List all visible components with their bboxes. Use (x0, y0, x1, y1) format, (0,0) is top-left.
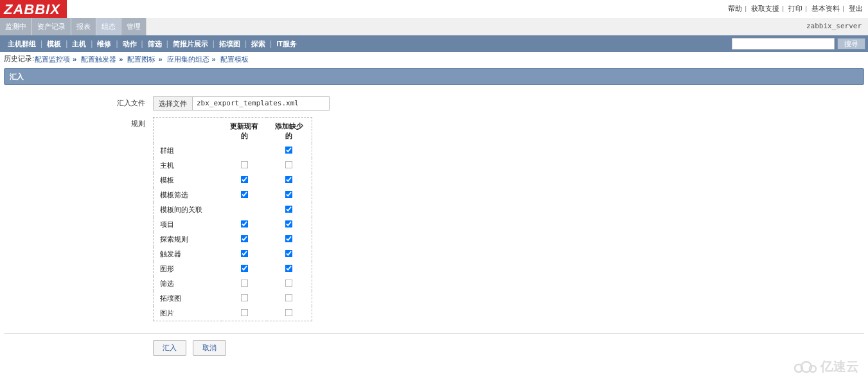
rule-update-cell (222, 173, 267, 188)
history-item-1[interactable]: 配置触发器 (81, 55, 116, 63)
rule-add-checkbox[interactable] (285, 235, 293, 243)
search-button[interactable]: 搜寻 (837, 38, 865, 49)
rule-name: 触发器 (154, 247, 222, 262)
cancel-button[interactable]: 取消 (193, 340, 226, 356)
rule-add-checkbox[interactable] (285, 280, 293, 287)
rule-add-checkbox[interactable] (285, 176, 293, 184)
submenu-slideshows[interactable]: 简报片展示 (169, 39, 212, 49)
rule-name: 模板 (154, 173, 222, 188)
rule-add-cell (267, 173, 312, 188)
table-row: 项目 (154, 217, 312, 232)
rule-update-cell (222, 158, 267, 173)
search-input[interactable] (732, 38, 835, 49)
link-print[interactable]: 打印 (788, 4, 802, 12)
rule-add-checkbox[interactable] (285, 309, 293, 317)
rules-table: 更新现有的 添加缺少的 群组主机模板模板筛选模板间的关联项目探索规则触发器图形筛… (153, 117, 312, 321)
submenu-maintenance[interactable]: 维修 (93, 39, 115, 49)
rule-add-checkbox[interactable] (285, 250, 293, 258)
tab-monitoring[interactable]: 监测中 (0, 18, 32, 35)
rule-add-cell (267, 202, 312, 217)
rule-update-cell (222, 276, 267, 291)
choose-file-button[interactable]: 选择文件 (154, 97, 193, 110)
rule-update-cell (222, 247, 267, 262)
rule-add-cell (267, 143, 312, 158)
tab-reports[interactable]: 报表 (71, 18, 96, 35)
submenu-maps[interactable]: 拓墣图 (215, 39, 244, 49)
rule-add-checkbox[interactable] (285, 220, 293, 228)
link-support[interactable]: 获取支援 (751, 4, 779, 12)
history-label: 历史记录: (4, 55, 35, 63)
rule-update-checkbox[interactable] (240, 280, 248, 287)
section-title: 汇入 (10, 72, 24, 82)
import-button[interactable]: 汇入 (153, 340, 186, 356)
rule-add-checkbox[interactable] (285, 294, 293, 302)
rule-update-checkbox[interactable] (240, 191, 248, 199)
rule-name: 图形 (154, 262, 222, 276)
rule-update-checkbox[interactable] (240, 235, 248, 243)
rule-add-checkbox[interactable] (285, 265, 293, 272)
rule-add-cell (267, 262, 312, 276)
submenu-actions[interactable]: 动作 (119, 39, 141, 49)
rule-name: 项目 (154, 217, 222, 232)
history-item-4[interactable]: 配置模板 (220, 55, 249, 63)
table-row: 群组 (154, 143, 312, 158)
history-links: 配置监控项» 配置触发器» 配置图标» 应用集的组态» 配置模板 (35, 55, 249, 64)
rule-name: 拓墣图 (154, 291, 222, 306)
rule-add-checkbox[interactable] (285, 161, 293, 169)
rule-add-checkbox[interactable] (285, 147, 293, 154)
rule-update-checkbox[interactable] (240, 250, 248, 258)
history-item-3[interactable]: 应用集的组态 (167, 55, 209, 63)
zabbix-logo: ZABBIX (0, 0, 67, 19)
tab-configuration[interactable]: 组态 (96, 18, 121, 35)
rule-update-checkbox[interactable] (240, 309, 248, 317)
file-label: 汇入文件 (42, 96, 153, 108)
rule-update-checkbox[interactable] (240, 220, 248, 228)
history-item-2[interactable]: 配置图标 (127, 55, 155, 63)
submenu-hosts[interactable]: 主机 (68, 39, 90, 49)
rule-add-checkbox[interactable] (285, 191, 293, 199)
submenu-itservices[interactable]: IT服务 (272, 39, 301, 49)
file-input[interactable]: 选择文件 zbx_export_templates.xml (153, 96, 330, 111)
sub-menu: 主机群组| 模板| 主机| 维修| 动作| 筛选| 简报片展示| 拓墣图| 探索… (0, 35, 868, 52)
submenu-discovery[interactable]: 探索 (247, 39, 269, 49)
rule-add-cell (267, 306, 312, 321)
rule-add-cell (267, 188, 312, 202)
link-logout[interactable]: 登出 (849, 4, 863, 12)
link-profile[interactable]: 基本资料 (811, 4, 840, 12)
rule-add-cell (267, 291, 312, 306)
link-help[interactable]: 帮助 (728, 4, 742, 12)
rule-update-cell (222, 291, 267, 306)
submenu-templates[interactable]: 模板 (43, 39, 65, 49)
file-name: zbx_export_templates.xml (193, 97, 303, 110)
rule-name: 模板间的关联 (154, 202, 222, 217)
table-row: 主机 (154, 158, 312, 173)
tab-admin[interactable]: 管理 (121, 18, 146, 35)
rule-add-cell (267, 232, 312, 247)
rule-update-cell (222, 188, 267, 202)
rules-header-update: 更新现有的 (222, 118, 267, 144)
rule-name: 群组 (154, 143, 222, 158)
rule-add-cell (267, 276, 312, 291)
rule-name: 模板筛选 (154, 188, 222, 202)
rule-update-checkbox[interactable] (240, 265, 248, 272)
tab-inventory[interactable]: 资产记录 (32, 18, 71, 35)
submenu-screens[interactable]: 筛选 (144, 39, 166, 49)
rule-update-checkbox[interactable] (240, 176, 248, 184)
table-row: 模板 (154, 173, 312, 188)
rule-add-checkbox[interactable] (285, 206, 293, 213)
rule-name: 图片 (154, 306, 222, 321)
table-row: 探索规则 (154, 232, 312, 247)
table-row: 拓墣图 (154, 291, 312, 306)
table-row: 筛选 (154, 276, 312, 291)
rule-update-checkbox[interactable] (240, 294, 248, 302)
history-item-0[interactable]: 配置监控项 (35, 55, 70, 63)
submenu-hostgroups[interactable]: 主机群组 (4, 39, 40, 49)
rules-header-add: 添加缺少的 (267, 118, 312, 144)
rule-name: 探索规则 (154, 232, 222, 247)
footer-bar: 汇入 取消 (4, 333, 864, 356)
section-header: 汇入 (4, 68, 864, 85)
top-links: 帮助| 获取支援| 打印| 基本资料| 登出 (728, 0, 868, 13)
rule-update-checkbox[interactable] (240, 161, 248, 169)
table-row: 图片 (154, 306, 312, 321)
rules-header-blank (154, 118, 222, 144)
